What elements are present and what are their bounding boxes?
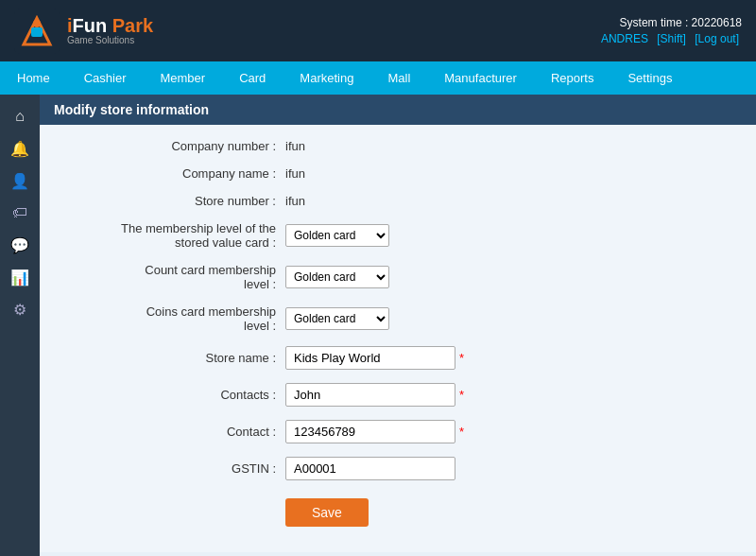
contacts-required: * — [459, 388, 464, 402]
content-area: Modify store information Company number … — [40, 95, 756, 556]
nav-card[interactable]: Card — [222, 61, 283, 95]
sidebar-item-notifications[interactable]: 🔔 — [4, 134, 36, 163]
form-container: Company number : ifun Company name : ifu… — [40, 125, 756, 552]
count-card-select[interactable]: Golden card Silver card Bronze card — [285, 266, 389, 288]
username: ANDRES — [601, 32, 648, 45]
contacts-row: Contacts : * — [68, 383, 728, 407]
shift-link[interactable]: [Shift] — [657, 32, 686, 45]
sidebar: ⌂ 🔔 👤 🏷 💬 📊 ⚙ — [0, 95, 40, 556]
sidebar-item-chart[interactable]: 📊 — [4, 263, 36, 291]
svg-point-3 — [33, 20, 41, 27]
contacts-label: Contacts : — [68, 388, 285, 402]
save-button[interactable]: Save — [285, 498, 369, 527]
contact-row: Contact : * — [68, 420, 728, 443]
nav-marketing[interactable]: Marketing — [283, 61, 370, 95]
nav-settings[interactable]: Settings — [610, 61, 689, 95]
membership-level-row: The membership level of the stored value… — [68, 221, 728, 250]
logo-icon — [14, 9, 60, 54]
user-info: ANDRES [Shift] [Log out] — [598, 32, 742, 45]
store-number-value: ifun — [285, 194, 305, 208]
sidebar-item-settings[interactable]: ⚙ — [4, 295, 36, 323]
sidebar-item-tag[interactable]: 🏷 — [4, 199, 36, 227]
header-right: System time : 20220618 ANDRES [Shift] [L… — [598, 16, 742, 45]
company-name-row: Company name : ifun — [68, 166, 728, 181]
company-number-row: Company number : ifun — [68, 139, 728, 153]
logo-area: iFun Park Game Solutions — [14, 9, 153, 54]
nav-member[interactable]: Member — [143, 61, 222, 95]
logo-text: iFun Park Game Solutions — [67, 16, 153, 45]
nav-bar: Home Cashier Member Card Marketing Mall … — [0, 61, 756, 95]
store-number-row: Store number : ifun — [68, 194, 728, 208]
company-name-value: ifun — [285, 166, 305, 181]
logo-subtitle: Game Solutions — [67, 35, 153, 45]
system-time: System time : 20220618 — [598, 16, 742, 29]
membership-level-label: The membership level of the stored value… — [68, 221, 285, 250]
logout-link[interactable]: [Log out] — [695, 32, 739, 45]
contact-input[interactable] — [285, 420, 455, 443]
count-card-label: Count card membership level : — [68, 263, 285, 291]
store-name-input[interactable] — [285, 346, 455, 370]
logo-name: iFun Park — [67, 16, 153, 35]
coins-card-select[interactable]: Golden card Silver card Bronze card — [285, 307, 389, 330]
save-row: Save — [68, 494, 728, 527]
coins-card-label: Coins card membership level : — [68, 304, 285, 333]
page-title: Modify store information — [40, 95, 756, 125]
contact-label: Contact : — [68, 425, 285, 439]
coins-card-row: Coins card membership level : Golden car… — [68, 304, 728, 333]
svg-rect-2 — [31, 27, 43, 37]
nav-manufacturer[interactable]: Manufacturer — [427, 61, 534, 95]
count-card-row: Count card membership level : Golden car… — [68, 263, 728, 291]
main-layout: ⌂ 🔔 👤 🏷 💬 📊 ⚙ Modify store information C… — [0, 95, 756, 556]
nav-mall[interactable]: Mall — [370, 61, 427, 95]
membership-level-select[interactable]: Golden card Silver card Bronze card — [285, 224, 389, 247]
sidebar-item-home[interactable]: ⌂ — [4, 102, 36, 130]
contacts-input[interactable] — [285, 383, 455, 407]
store-name-row: Store name : * — [68, 346, 728, 370]
gstin-label: GSTIN : — [68, 461, 285, 476]
company-name-label: Company name : — [68, 166, 285, 181]
nav-home[interactable]: Home — [0, 61, 67, 95]
store-number-label: Store number : — [68, 194, 285, 208]
company-number-value: ifun — [285, 139, 305, 153]
contact-required: * — [459, 425, 464, 439]
header: iFun Park Game Solutions System time : 2… — [0, 0, 756, 61]
gstin-row: GSTIN : — [68, 457, 728, 480]
sidebar-item-chat[interactable]: 💬 — [4, 231, 36, 259]
store-name-required: * — [459, 351, 464, 365]
sidebar-item-user[interactable]: 👤 — [4, 166, 36, 195]
nav-cashier[interactable]: Cashier — [67, 61, 144, 95]
store-name-label: Store name : — [68, 351, 285, 365]
company-number-label: Company number : — [68, 139, 285, 153]
nav-reports[interactable]: Reports — [534, 61, 611, 95]
gstin-input[interactable] — [285, 457, 455, 480]
